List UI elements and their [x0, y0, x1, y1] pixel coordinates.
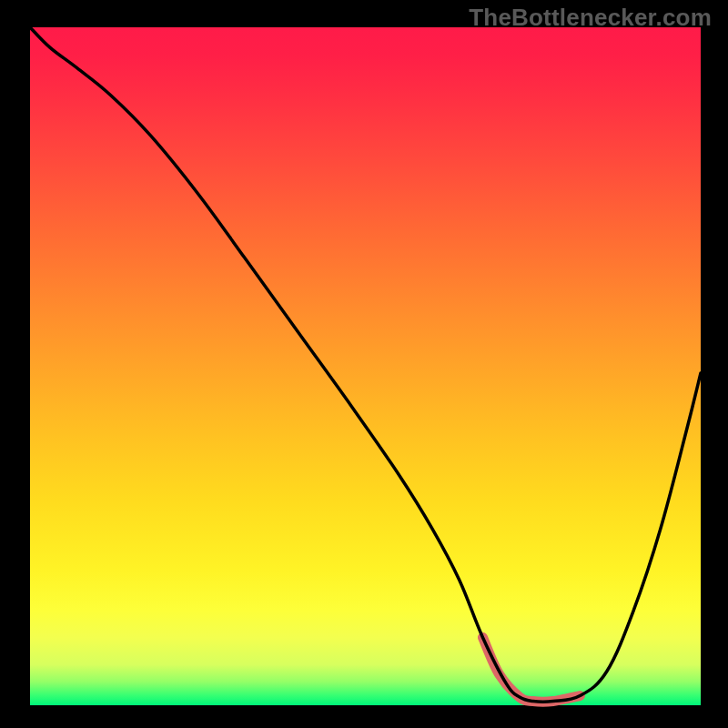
bottleneck-curve-chart	[0, 0, 728, 728]
gradient-background	[30, 27, 701, 705]
chart-frame: TheBottlenecker.com	[0, 0, 728, 728]
